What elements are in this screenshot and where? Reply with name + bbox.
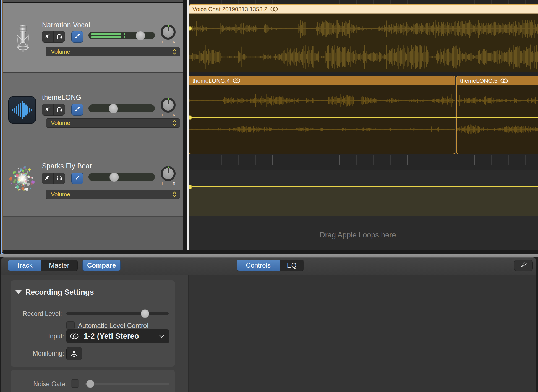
region-label: themeLONG.5 bbox=[460, 77, 497, 84]
disclosure-triangle-icon[interactable] bbox=[15, 290, 22, 294]
track-header-narration-vocal[interactable]: Narration Vocal bbox=[3, 3, 183, 73]
waveform-tile-icon bbox=[8, 96, 36, 124]
automation-parameter-label: Volume bbox=[51, 120, 172, 126]
stepper-chevrons-icon bbox=[172, 120, 177, 126]
track-pane-timeline-gutter bbox=[183, 0, 187, 250]
mute-button[interactable] bbox=[42, 31, 53, 42]
volume-slider-handle[interactable] bbox=[109, 173, 119, 182]
headphones-icon bbox=[56, 174, 62, 182]
track-name[interactable]: Sparks Fly Beat bbox=[42, 162, 92, 170]
pan-label-right: R bbox=[173, 182, 175, 186]
sparks-lane-empty bbox=[187, 170, 538, 187]
pan-knob[interactable]: L R bbox=[161, 166, 176, 181]
volume-slider-handle[interactable] bbox=[136, 31, 145, 40]
track-header-sparks-fly-beat[interactable]: Sparks Fly Beat L R bbox=[3, 145, 183, 217]
tab-eq[interactable]: EQ bbox=[280, 260, 304, 271]
chevron-down-icon bbox=[159, 334, 165, 338]
ruler-strip[interactable] bbox=[187, 0, 538, 4]
mute-speaker-icon bbox=[44, 106, 51, 114]
solo-button[interactable] bbox=[53, 31, 65, 42]
pan-knob[interactable]: L R bbox=[161, 98, 176, 113]
automation-parameter-label: Volume bbox=[51, 48, 172, 55]
volume-automation-line[interactable] bbox=[189, 186, 538, 187]
track-pane-empty-area bbox=[3, 217, 183, 250]
mute-button[interactable] bbox=[42, 173, 53, 184]
beat-ruler-strip[interactable] bbox=[187, 154, 538, 171]
tuner-button[interactable] bbox=[514, 260, 533, 271]
pan-label-left: L bbox=[162, 182, 164, 186]
panel-title: Recording Settings bbox=[25, 288, 94, 297]
region-voice-chat[interactable]: Voice Chat 20190313 1353.2 bbox=[189, 4, 538, 73]
noise-gate-checkbox[interactable] bbox=[71, 379, 79, 388]
region-label: themeLONG.4 bbox=[192, 77, 230, 84]
lane-gap bbox=[187, 72, 538, 76]
noise-gate-slider[interactable] bbox=[85, 383, 169, 385]
stepper-chevrons-icon bbox=[172, 48, 177, 55]
recording-settings-panel: Recording Settings Record Level: Automat… bbox=[11, 280, 175, 367]
monitoring-icon bbox=[70, 349, 78, 358]
tab-master[interactable]: Master bbox=[41, 260, 77, 271]
tab-controls[interactable]: Controls bbox=[237, 260, 280, 271]
volume-automation-line[interactable] bbox=[189, 117, 538, 118]
playhead[interactable] bbox=[187, 0, 189, 250]
automation-curve-icon bbox=[74, 33, 81, 41]
region-header[interactable]: themeLONG.5 bbox=[457, 76, 538, 85]
noise-gate-handle[interactable] bbox=[86, 380, 94, 388]
track-header-themelong[interactable]: themeLONG L R bbox=[3, 73, 183, 145]
record-level-handle[interactable] bbox=[141, 309, 149, 318]
pane-divider-grip[interactable] bbox=[0, 254, 538, 257]
compare-button[interactable]: Compare bbox=[82, 260, 121, 271]
region-header[interactable]: Voice Chat 20190313 1353.2 bbox=[189, 5, 538, 14]
volume-slider[interactable] bbox=[88, 173, 155, 181]
stereo-icon bbox=[270, 6, 278, 12]
region-label: Voice Chat 20190313 1353.2 bbox=[192, 6, 267, 12]
pan-label-right: R bbox=[173, 40, 175, 44]
volume-slider[interactable] bbox=[88, 104, 155, 112]
mute-speaker-icon bbox=[44, 33, 51, 41]
solo-button[interactable] bbox=[53, 173, 65, 184]
input-dropdown[interactable]: 1-2 (Yeti Stereo bbox=[66, 329, 169, 343]
automation-parameter-dropdown[interactable]: Volume bbox=[46, 118, 180, 128]
monitoring-button[interactable] bbox=[66, 347, 82, 360]
pan-label-left: L bbox=[162, 113, 164, 117]
record-level-slider[interactable] bbox=[66, 312, 169, 315]
volume-slider[interactable] bbox=[88, 32, 155, 39]
stereo-icon bbox=[500, 78, 508, 84]
window-right-edge bbox=[536, 257, 538, 392]
automatic-level-control-label: Automatic Level Control bbox=[78, 322, 148, 330]
track-name[interactable]: Narration Vocal bbox=[42, 21, 90, 29]
input-value: 1-2 (Yeti Stereo bbox=[84, 332, 159, 341]
tab-track[interactable]: Track bbox=[8, 260, 41, 271]
headphones-icon bbox=[56, 33, 62, 41]
track-master-segmented-control: Track Master bbox=[8, 260, 78, 271]
sparks-lane-automation-area[interactable] bbox=[187, 187, 538, 216]
automation-curve-icon bbox=[74, 106, 81, 114]
region-header[interactable]: themeLONG.4 bbox=[189, 76, 455, 85]
automation-parameter-dropdown[interactable]: Volume bbox=[46, 47, 180, 56]
noise-gate-panel: Noise Gate: bbox=[11, 370, 175, 392]
volume-automation-line[interactable] bbox=[189, 28, 538, 28]
stepper-chevrons-icon bbox=[172, 191, 177, 198]
automatic-level-control-checkbox[interactable] bbox=[66, 321, 75, 330]
automation-button[interactable] bbox=[71, 104, 83, 116]
track-header-pane: Narration Vocal bbox=[3, 0, 183, 250]
microphone-icon bbox=[13, 24, 33, 54]
smart-controls-right-column bbox=[189, 275, 536, 392]
pan-knob[interactable]: L R bbox=[161, 25, 176, 40]
input-label: Input: bbox=[11, 333, 64, 340]
record-level-label: Record Level: bbox=[11, 310, 62, 318]
track-name[interactable]: themeLONG bbox=[42, 93, 81, 101]
mute-button[interactable] bbox=[42, 104, 53, 115]
region-themelong-4[interactable]: themeLONG.4 bbox=[189, 76, 455, 154]
automation-button[interactable] bbox=[71, 31, 83, 43]
automation-parameter-dropdown[interactable]: Volume bbox=[46, 190, 180, 199]
pan-label-left: L bbox=[162, 40, 164, 44]
volume-slider-handle[interactable] bbox=[109, 104, 118, 113]
region-themelong-5[interactable]: themeLONG.5 bbox=[456, 76, 538, 154]
headphones-icon bbox=[56, 106, 62, 114]
solo-button[interactable] bbox=[53, 104, 65, 115]
timeline-area: Voice Chat 20190313 1353.2 themeLONG.4 t… bbox=[187, 0, 538, 250]
drop-hint-text: Drag Apple Loops here. bbox=[187, 231, 530, 239]
automation-button[interactable] bbox=[71, 173, 83, 184]
pan-label-right: R bbox=[173, 113, 175, 117]
